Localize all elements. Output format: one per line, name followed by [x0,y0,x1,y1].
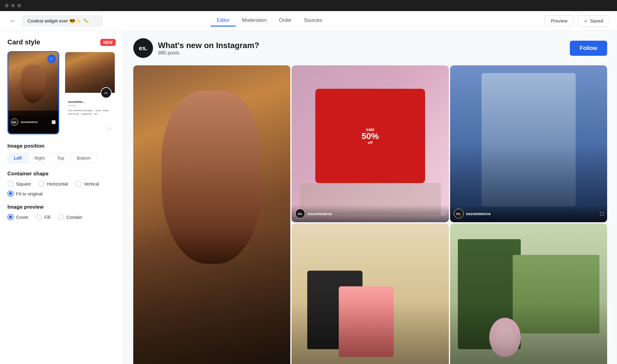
shape-square-option[interactable]: Square [7,181,31,187]
feed-header: es. What's new on Instagram? 980 posts F… [133,38,607,58]
preview-fill-label: Fill [44,215,50,220]
sale-off: off [368,141,372,145]
nav-tabs: Editor Moderation Order Sources [211,15,328,27]
feed-avatar-text: es. [139,45,147,52]
photo-ig-fashion: □ [600,211,603,217]
shape-fit-radio [7,190,14,197]
card-img-2-name: escomme... [68,100,112,104]
feed-title: What's new on Instagram? [158,41,259,50]
photo-item-beauty[interactable]: es. escommerce □ [133,65,290,364]
card-style-title: Card style [7,38,40,46]
preview-fill-radio [36,214,42,220]
card-ig-icon-1: ⬜ [52,120,56,124]
shape-fit-option[interactable]: Fit to original [7,190,43,197]
preview-fill-option[interactable]: Fill [36,214,50,220]
shape-vertical-label: Vertical [84,181,99,186]
sale-card: sale 50% off [315,89,425,183]
preview-contain-label: Contain [66,215,82,220]
card-style-header: Card style NEW [7,38,116,46]
pos-bottom-btn[interactable]: Bottom [71,153,97,163]
preview-cover-label: Cover [16,215,28,220]
image-position-title: Image position [7,143,116,149]
titlebar-dot-1 [5,4,9,7]
photo-item-sale[interactable]: sale 50% off es. escommerce □ [292,65,449,222]
feed-info: What's new on Instagram? 980 posts [158,41,259,56]
preview-button[interactable]: Preview [545,15,574,26]
shape-horizontal-label: Horizontal [47,181,68,186]
card-avatar-sm-1: es. [11,118,18,126]
preview-cover-radio [7,214,14,220]
preview-contain-radio [58,214,64,220]
new-badge: NEW [100,39,116,46]
titlebar-dot-2 [11,4,15,7]
card-img-2-avatar: es. [101,87,112,98]
image-position-section: Image position Left Right Top Bottom [7,143,116,163]
pos-left-btn[interactable]: Left [8,153,28,163]
pos-top-btn[interactable]: Top [51,153,71,163]
card-ig-icon-2: ♡ [108,127,112,132]
saved-label: Saved [590,18,603,23]
photo-grid: es. escommerce □ sale 50% off [133,65,607,364]
tab-editor[interactable]: Editor [211,15,236,27]
card-img-2: es. escomme... 15/04/2... Your favorite … [65,52,115,133]
shape-horizontal-option[interactable]: Horizontal [38,181,68,187]
shape-vertical-radio [75,181,81,187]
tab-sources[interactable]: Sources [298,15,328,27]
card-img-2-footer: ♡ [65,125,115,133]
card-img-1: es. escommerce ⬜ [8,52,58,133]
edit-icon[interactable]: ✏️ [84,18,89,23]
photo-username-sale: escommerce [308,211,332,216]
tab-order[interactable]: Order [273,15,298,27]
tab-moderation[interactable]: Moderation [236,15,273,27]
image-preview-title: Image preview [7,204,116,210]
photo-ig-sale: □ [442,211,445,217]
photo-overlay-sale: es. escommerce □ [292,205,449,222]
container-shape-title: Container shape [7,171,116,177]
main-layout: Card style NEW es. escommerce ⬜ [0,31,617,364]
check-icon: ✓ [584,18,588,24]
card-style-options: es. escommerce ⬜ ✓ es. [7,51,116,134]
saved-button[interactable]: ✓ Saved [578,15,610,27]
card-img-2-text: Your favorite foundatio... stock. Order … [68,109,112,116]
photo-avatar-sale: es. [295,209,305,219]
right-content: es. What's new on Instagram? 980 posts F… [123,31,617,364]
topnav: ← Coolest widget ever 😎✨ ✏️ Editor Moder… [0,11,617,31]
image-preview-options: Cover Fill Contain [7,214,116,220]
photo-overlay-fashion: es. escommerce □ [450,205,607,222]
photo-username-fashion: escommerce [466,211,491,216]
position-buttons: Left Right Top Bottom [7,153,97,163]
card-username-sm-1: escommerce [21,121,38,124]
container-shape-options: Square Horizontal Vertical Fit to origin… [7,181,116,197]
photo-item-fashion[interactable]: es. escommerce □ [450,65,607,222]
titlebar-dot-3 [17,4,21,7]
shape-square-radio [7,181,14,187]
shape-horizontal-radio [38,181,44,187]
container-shape-section: Container shape Square Horizontal Vertic… [7,171,116,197]
photo-avatar-fashion: es. [454,209,464,219]
feed-subtitle: 980 posts [158,50,259,56]
widget-title[interactable]: Coolest widget ever 😎✨ ✏️ [22,15,102,27]
shape-fit-label: Fit to original [16,191,43,196]
shape-square-label: Square [16,181,31,186]
card-img-2-date: 15/04/2... [68,104,112,107]
nav-right: Preview ✓ Saved [545,15,610,27]
titlebar [0,0,617,11]
sale-percent: 50% [362,132,379,141]
left-panel: Card style NEW es. escommerce ⬜ [0,31,123,364]
card-check-icon: ✓ [47,55,56,63]
preview-cover-option[interactable]: Cover [7,214,28,220]
back-button[interactable]: ← [7,16,19,26]
card-option-2[interactable]: es. escomme... 15/04/2... Your favorite … [64,51,116,134]
preview-contain-option[interactable]: Contain [58,214,82,220]
image-preview-section: Image preview Cover Fill Contain [7,204,116,220]
photo-item-flowers[interactable]: es. escommerce □ [450,223,607,364]
title-text: Coolest widget ever 😎✨ [27,18,81,24]
card-img-2-photo: es. [65,52,115,93]
pos-right-btn[interactable]: Right [28,153,51,163]
card-img-1-bottom: es. escommerce ⬜ [8,111,58,133]
shape-vertical-option[interactable]: Vertical [75,181,99,187]
feed-avatar: es. [133,38,153,58]
follow-button[interactable]: Follow [570,41,607,56]
card-option-1[interactable]: es. escommerce ⬜ ✓ [7,51,59,134]
photo-item-shoes[interactable]: es. escommerce □ [292,223,449,364]
